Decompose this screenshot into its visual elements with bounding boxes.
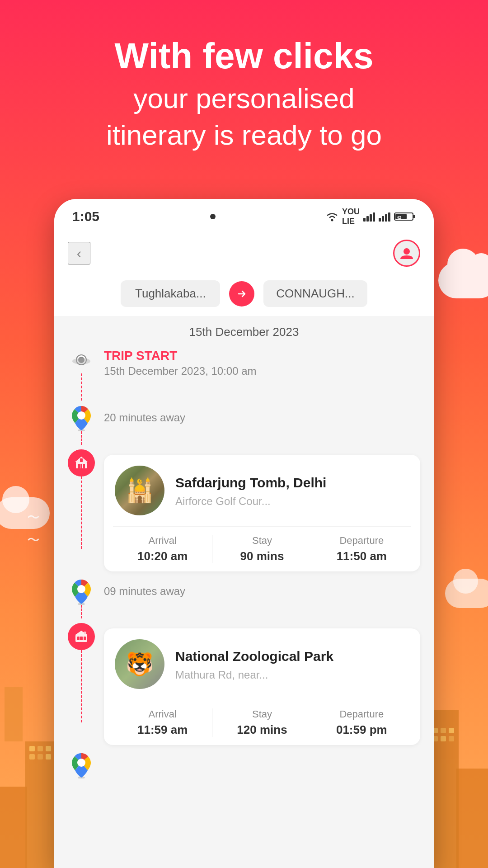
dashed-line-2b [81,650,82,722]
stop-1-address: Airforce Golf Cour... [175,495,409,508]
stop-1-card-top: Safdarjung Tomb, Delhi Airforce Golf Cou… [104,455,420,526]
dashed-line-2a [81,605,82,618]
app-header: ‹ [54,231,434,276]
stop-2-address: Mathura Rd, near... [175,669,409,681]
headline-line1: With few clicks [36,36,452,76]
stop-2-info: National Zoological Park Mathura Rd, nea… [175,647,409,681]
dashed-line-start [81,373,82,401]
status-bar: 1:05 YOULIE [54,199,434,231]
stop-1-arrival-col: Arrival 10:20 am [113,535,212,563]
stop-1-timing: Arrival 10:20 am Stay 90 mins Departure … [113,526,411,571]
stop-1-image [115,466,164,515]
status-dot [210,214,216,219]
headline-line2: your personalised itinerary is ready to … [36,80,452,153]
stop-2-stay-value: 120 mins [217,723,307,737]
route-origin: Tughlakaba... [121,280,220,307]
signal-bars-2 [379,212,390,222]
stop-1-info: Safdarjung Tomb, Delhi Airforce Golf Cou… [175,474,409,508]
svg-text:⬆: ⬆ [84,632,86,634]
trip-start-row: TRIP START 15th December 2023, 10:00 am [68,346,420,401]
status-time: 1:05 [72,209,99,224]
stop-2-content: National Zoological Park Mathura Rd, nea… [104,623,420,745]
stop-2-name: National Zoological Park [175,647,409,665]
timeline: TRIP START 15th December 2023, 10:00 am [54,346,434,778]
stop-1-stay-label: Stay [217,535,307,547]
svg-rect-13 [80,458,83,462]
distance-label-2: 09 minutes away [104,579,185,598]
battery-icon: 42 [394,211,416,222]
back-icon: ‹ [77,245,82,262]
stop-1-card[interactable]: Safdarjung Tomb, Delhi Airforce Golf Cou… [104,455,420,571]
distance-label-1: 20 minutes away [104,405,185,424]
wifi-icon [326,212,338,222]
stop-2-image [115,639,164,689]
trip-start-icon-col [68,346,95,401]
google-maps-pin-2 [71,579,92,605]
svg-rect-18 [80,637,83,640]
trip-start-datetime: 15th December 2023, 10:00 am [104,365,257,377]
arrow-right-icon [236,288,247,299]
stop-2-arrival-col: Arrival 11:59 am [113,708,212,737]
dashed-line-1b [81,476,82,549]
svg-point-7 [77,411,85,420]
stop-2-arrival-label: Arrival [117,708,207,720]
stop-2-row: ⬆ National Zoological Park Mathura Rd, n… [68,623,420,745]
svg-point-5 [404,248,410,255]
svg-rect-11 [83,464,85,468]
maps-icon-col-3 [68,752,95,778]
svg-rect-19 [84,637,86,640]
stop-1-stay-col: Stay 90 mins [212,535,311,563]
trip-date: 15th December 2023 [54,325,434,339]
svg-rect-9 [78,464,80,468]
stop-2-stay-col: Stay 120 mins [212,708,311,737]
svg-rect-17 [77,637,80,640]
svg-rect-2 [413,215,415,218]
route-bar: Tughlakaba... CONNAUGH... [54,276,434,316]
trip-pin-base [72,358,90,364]
trip-start-icon [68,346,95,373]
stop-1-departure-col: Departure 11:50 am [312,535,411,563]
temple-icon [74,456,89,470]
route-arrow-button[interactable] [229,281,254,307]
svg-point-15 [77,585,85,593]
svg-point-23 [77,759,85,767]
route-destination: CONNAUGH... [263,280,367,307]
google-maps-pin-3 [71,752,92,778]
stop-1-name: Safdarjung Tomb, Delhi [175,474,409,491]
maps-icon-col-1 [68,405,95,445]
maps-pin-row-3 [68,752,420,778]
cloud-left [0,497,50,529]
google-maps-pin-1 [71,405,92,431]
stop-2-icon-col: ⬆ [68,623,95,722]
maps-icon-col-2 [68,579,95,618]
content-area[interactable]: 15th December 2023 TRIP START 15th Dec [54,316,434,868]
stop-1-departure-value: 11:50 am [317,549,407,563]
avatar-button[interactable] [393,240,420,267]
stop-2-arrival-value: 11:59 am [117,723,207,737]
stop-1-icon-col [68,449,95,549]
stop-2-card-top: National Zoological Park Mathura Rd, nea… [104,628,420,700]
maps-distance-row-2: 09 minutes away [68,579,420,618]
stop-1-content: Safdarjung Tomb, Delhi Airforce Golf Cou… [104,449,420,571]
dashed-line-1a [81,431,82,445]
person-icon [399,245,414,261]
maps-distance-row-1: 20 minutes away [68,405,420,445]
stop-1-departure-label: Departure [317,535,407,547]
stop-1-arrival-value: 10:20 am [117,549,207,563]
cloud-right [438,262,488,298]
headline-area: With few clicks your personalised itiner… [0,36,488,153]
carrier-label: YOULIE [342,207,360,226]
signal-bars-1 [363,212,375,222]
stop-2-departure-label: Departure [317,708,407,720]
stop-2-card[interactable]: National Zoological Park Mathura Rd, nea… [104,628,420,745]
stop-2-departure-value: 01:59 pm [317,723,407,737]
stop-2-timing: Arrival 11:59 am Stay 120 mins Departure… [113,700,411,745]
svg-rect-10 [80,464,82,468]
stop-1-stay-value: 90 mins [217,549,307,563]
status-icons: YOULIE 42 [326,207,416,226]
stop-2-icon: ⬆ [68,623,95,650]
back-button[interactable]: ‹ [68,242,90,264]
stop-2-departure-col: Departure 01:59 pm [312,708,411,737]
trip-start-label: TRIP START [104,349,257,363]
svg-point-0 [331,219,333,222]
